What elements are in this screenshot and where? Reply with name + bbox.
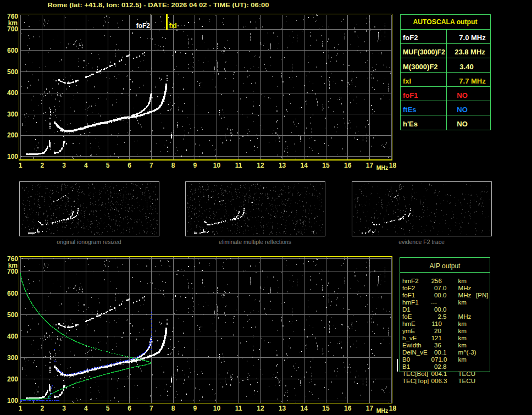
svg-text:TEC[Bot]: TEC[Bot] <box>402 370 428 377</box>
svg-text:Ewidth: Ewidth <box>402 341 422 348</box>
svg-text:h'Es: h'Es <box>403 120 418 128</box>
svg-text:1: 1 <box>19 405 23 412</box>
svg-text:km: km <box>458 277 467 284</box>
svg-text:B0: B0 <box>402 356 410 363</box>
svg-text:600: 600 <box>7 290 18 297</box>
svg-text:00.0: 00.0 <box>434 306 447 313</box>
svg-text:00.1: 00.1 <box>434 348 447 356</box>
svg-text:3: 3 <box>62 405 66 412</box>
svg-text:foF1: foF1 <box>402 291 415 298</box>
svg-text:MHz: MHz <box>458 313 472 320</box>
svg-text:7: 7 <box>149 405 153 412</box>
svg-text:004.1: 004.1 <box>431 370 447 377</box>
svg-text:DelN_vE: DelN_vE <box>402 348 428 356</box>
svg-text:2: 2 <box>41 405 45 412</box>
svg-text:11: 11 <box>235 405 242 412</box>
svg-text:17: 17 <box>366 162 374 169</box>
svg-text:4: 4 <box>84 162 88 169</box>
svg-text:AIP output: AIP output <box>430 262 461 270</box>
svg-text:km: km <box>458 334 467 341</box>
svg-text:200: 200 <box>7 131 18 139</box>
svg-text:12: 12 <box>257 162 264 169</box>
svg-text:100: 100 <box>7 397 18 405</box>
svg-text:foE: foE <box>402 313 412 320</box>
svg-text:11: 11 <box>235 162 242 169</box>
svg-text:eliminate multiple reflections: eliminate multiple reflections <box>219 239 291 245</box>
svg-text:4: 4 <box>84 405 88 412</box>
svg-text:10: 10 <box>213 405 221 412</box>
svg-text:hmF2: hmF2 <box>402 277 419 284</box>
svg-text:2.5: 2.5 <box>437 313 446 320</box>
svg-text:ftEs: ftEs <box>403 106 417 114</box>
svg-text:AUTOSCALA output: AUTOSCALA output <box>413 18 478 26</box>
svg-text:foF2: foF2 <box>136 22 151 30</box>
svg-text:700: 700 <box>7 268 18 275</box>
svg-text:TECU: TECU <box>458 370 476 377</box>
svg-text:NO: NO <box>457 120 468 128</box>
svg-text:TECU: TECU <box>458 377 476 384</box>
svg-text:hmE: hmE <box>402 320 415 327</box>
svg-text:TEC[Top]: TEC[Top] <box>402 377 429 384</box>
svg-text:NO: NO <box>457 91 468 99</box>
svg-text:5: 5 <box>106 162 110 169</box>
svg-text:15: 15 <box>322 162 330 169</box>
svg-text:500: 500 <box>7 311 18 319</box>
svg-text:17: 17 <box>366 405 374 412</box>
svg-text:---: --- <box>430 298 437 306</box>
svg-text:18: 18 <box>389 162 397 169</box>
svg-text:MHz: MHz <box>376 407 389 414</box>
svg-text:16: 16 <box>344 405 352 412</box>
svg-text:8: 8 <box>171 162 175 169</box>
svg-text:700: 700 <box>7 25 18 33</box>
svg-text:13: 13 <box>279 405 286 412</box>
svg-text:km: km <box>458 356 467 363</box>
svg-text:fxI: fxI <box>169 22 177 30</box>
svg-text:D1: D1 <box>402 306 411 313</box>
svg-text:6: 6 <box>128 162 131 169</box>
svg-text:h_vE: h_vE <box>402 334 417 341</box>
svg-text:071.0: 071.0 <box>431 356 447 363</box>
svg-text:hmF1: hmF1 <box>402 298 419 306</box>
svg-text:200: 200 <box>7 375 18 383</box>
svg-text:MUF(3000)F2: MUF(3000)F2 <box>403 48 445 56</box>
svg-text:km: km <box>458 341 467 348</box>
svg-text:5: 5 <box>106 405 110 412</box>
svg-text:m^(-3): m^(-3) <box>458 348 476 356</box>
svg-text:9: 9 <box>193 162 197 169</box>
svg-text:Rome (lat: +41.8, lon: 012.5): Rome (lat: +41.8, lon: 012.5) - DATE: 20… <box>48 2 269 8</box>
svg-text:ymE: ymE <box>402 327 415 334</box>
svg-text:km: km <box>458 298 467 306</box>
svg-text:18: 18 <box>389 405 397 412</box>
svg-text:14: 14 <box>301 405 308 412</box>
svg-text:12: 12 <box>257 405 264 412</box>
svg-text:foF2: foF2 <box>402 284 415 291</box>
svg-text:20: 20 <box>434 327 441 334</box>
svg-text:fxI: fxI <box>403 77 411 85</box>
svg-text:7: 7 <box>149 162 153 169</box>
svg-text:MHz: MHz <box>458 291 472 298</box>
svg-text:foF2: foF2 <box>403 34 418 42</box>
svg-text:original ionogram resized: original ionogram resized <box>57 239 121 245</box>
svg-text:400: 400 <box>7 333 18 340</box>
svg-text:evidence F2 trace: evidence F2 trace <box>398 239 445 245</box>
svg-text:13: 13 <box>279 162 286 169</box>
svg-text:MHz: MHz <box>458 284 472 291</box>
svg-text:300: 300 <box>7 354 18 362</box>
svg-text:600: 600 <box>7 47 18 54</box>
svg-text:8: 8 <box>171 405 175 412</box>
svg-text:16: 16 <box>344 162 352 169</box>
svg-text:B1: B1 <box>402 363 410 370</box>
svg-text:14: 14 <box>301 162 308 169</box>
svg-text:006.3: 006.3 <box>431 377 447 384</box>
svg-text:km: km <box>458 327 467 334</box>
svg-text:36: 36 <box>434 341 441 348</box>
svg-text:2: 2 <box>41 162 45 169</box>
svg-text:NO: NO <box>457 106 468 114</box>
svg-text:07.0: 07.0 <box>434 284 447 291</box>
svg-text:100: 100 <box>7 153 18 161</box>
svg-text:00.0: 00.0 <box>434 291 447 298</box>
svg-text:[PN]: [PN] <box>476 291 489 298</box>
svg-text:7.0 MHz: 7.0 MHz <box>459 34 486 42</box>
svg-text:3: 3 <box>62 162 66 169</box>
svg-text:300: 300 <box>7 110 18 118</box>
